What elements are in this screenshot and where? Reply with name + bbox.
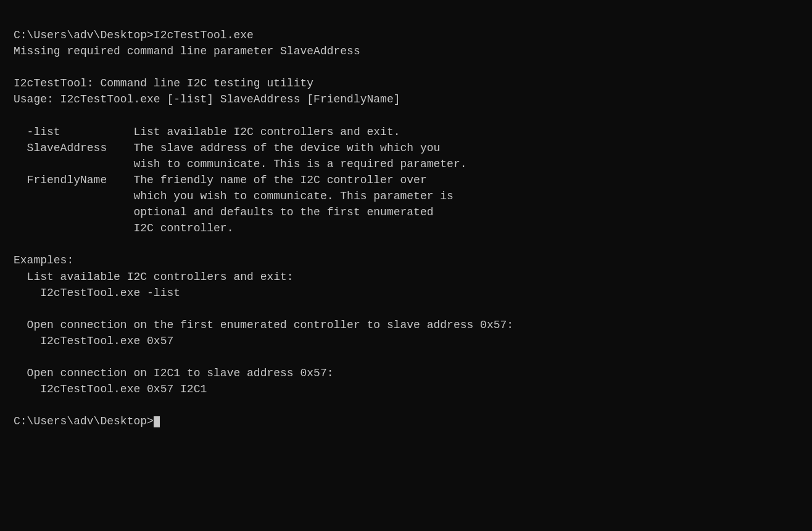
terminal-cursor (154, 416, 160, 427)
terminal-window[interactable]: C:\Users\adv\Desktop>I2cTestTool.exe Mis… (0, 0, 812, 531)
terminal-output: C:\Users\adv\Desktop>I2cTestTool.exe Mis… (14, 29, 513, 427)
